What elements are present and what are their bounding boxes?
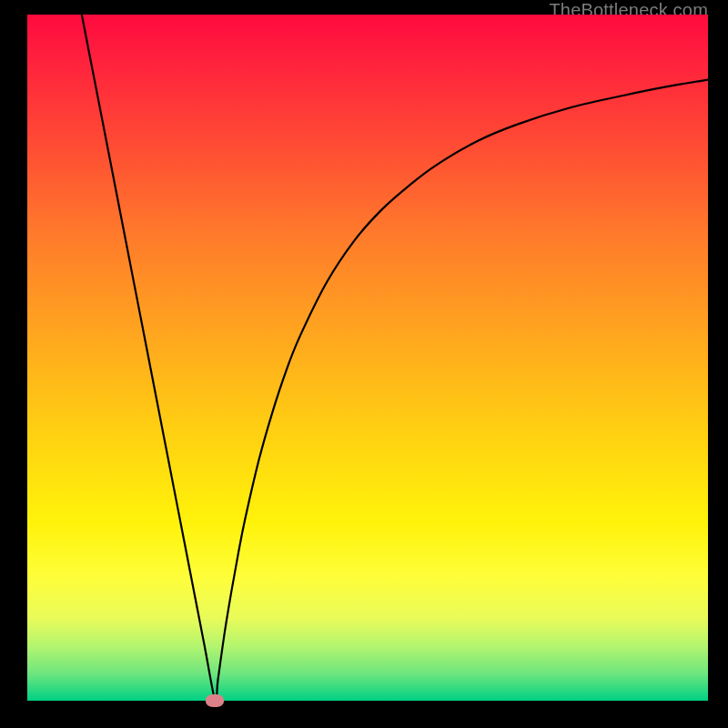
chart-curve-svg (27, 15, 708, 701)
minimum-point-marker (206, 694, 224, 707)
chart-plot-area (27, 15, 708, 701)
bottleneck-curve (82, 15, 708, 701)
